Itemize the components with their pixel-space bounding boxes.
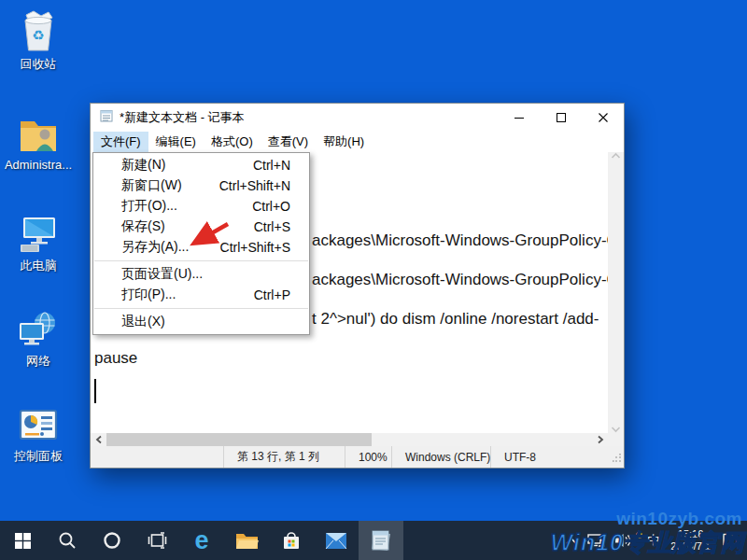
desktop-icon-network[interactable]: 网络 [4,306,73,368]
scroll-down-icon[interactable] [611,426,621,433]
notepad-taskbar-button[interactable] [359,521,403,560]
menu-item-open[interactable]: 打开(O)... Ctrl+O [93,196,309,217]
edge-button[interactable]: e [179,521,224,560]
cortana-icon [103,531,121,550]
search-button[interactable] [45,521,90,560]
scroll-up-icon[interactable] [611,152,621,160]
menu-bar: 文件(F) 编辑(E) 格式(O) 查看(V) 帮助(H) [91,132,624,152]
svg-text:♻: ♻ [32,27,44,43]
close-button[interactable] [582,104,624,132]
minimize-button[interactable] [498,104,540,132]
text-caret [94,379,96,403]
start-button[interactable] [0,521,45,560]
menu-format[interactable]: 格式(O) [204,132,261,152]
menu-help[interactable]: 帮助(H) [316,132,372,152]
scroll-left-icon[interactable] [91,433,106,446]
resize-grip-icon[interactable] [613,453,622,466]
editor-line: ackages\Microsoft-Windows-GroupPolicy-C [312,231,608,250]
control-panel-icon [4,401,73,446]
menu-edit[interactable]: 编辑(E) [148,132,204,152]
desktop-icon-label: Administra... [4,158,73,172]
menu-item-save[interactable]: 保存(S) Ctrl+S [93,217,309,237]
desktop-icon-administrator-folder[interactable]: Administra... [4,110,73,172]
user-folder-icon [4,110,73,155]
desktop-icon-label: 此电脑 [4,259,73,273]
menu-file[interactable]: 文件(F) [93,132,148,152]
watermark-url: win10zyb.com [616,509,742,529]
status-cursor-position: 第 13 行, 第 1 列 [223,446,345,468]
store-icon [281,530,302,551]
mail-button[interactable] [314,521,359,560]
menu-separator [94,260,308,261]
store-button[interactable] [269,521,314,560]
status-line-ending: Windows (CRLF) [391,446,490,468]
status-spacer [91,446,223,468]
edge-icon: e [194,528,208,553]
desktop-icon-label: 网络 [4,354,73,368]
menu-item-new-window[interactable]: 新窗口(W) Ctrl+Shift+N [93,175,309,196]
menu-item-print[interactable]: 打印(P)... Ctrl+P [93,285,309,305]
this-pc-icon [4,211,73,256]
scrollbar-corner [608,433,624,446]
watermark-site-name: Win10专业版官网 [551,527,745,558]
status-encoding: UTF-8 [490,446,624,468]
status-bar: 第 13 行, 第 1 列 100% Windows (CRLF) UTF-8 [91,446,624,468]
search-icon [58,531,77,550]
title-bar[interactable]: *新建文本文档 - 记事本 [91,104,624,132]
horizontal-scroll-thumb[interactable] [106,433,372,446]
start-icon [15,533,31,549]
mail-icon [325,532,347,550]
desktop-icon-this-pc[interactable]: 此电脑 [4,211,73,273]
notepad-taskbar-icon [369,528,393,553]
window-title: *新建文本文档 - 记事本 [120,109,498,126]
task-view-button[interactable] [134,521,179,560]
file-menu-dropdown: 新建(N) Ctrl+N 新窗口(W) Ctrl+Shift+N 打开(O)..… [92,152,310,335]
network-icon [4,306,73,351]
maximize-button[interactable] [540,104,582,132]
editor-line: pause [94,348,137,368]
menu-item-save-as[interactable]: 另存为(A)... Ctrl+Shift+S [93,237,309,258]
cortana-button[interactable] [90,521,134,560]
task-view-icon [148,532,167,549]
vertical-scrollbar[interactable] [608,152,624,433]
menu-item-page-setup[interactable]: 页面设置(U)... [93,264,309,285]
horizontal-scrollbar[interactable] [91,433,608,446]
file-explorer-icon [235,531,259,551]
menu-item-new[interactable]: 新建(N) Ctrl+N [93,155,309,175]
editor-line: ackages\Microsoft-Windows-GroupPolicy-C [312,270,608,289]
status-zoom-level: 100% [345,446,391,468]
menu-view[interactable]: 查看(V) [261,132,316,152]
desktop-icon-label: 回收站 [4,57,73,71]
desktop-icon-recycle-bin[interactable]: ♻ 回收站 [4,9,73,71]
scroll-right-icon[interactable] [592,433,608,446]
desktop-icon-label: 控制面板 [4,449,73,463]
desktop-icon-control-panel[interactable]: 控制面板 [4,401,73,463]
recycle-bin-icon: ♻ [4,9,73,54]
notepad-window: *新建文本文档 - 记事本 文件(F) 编辑(E) 格式(O) 查看(V) 帮助… [90,103,625,469]
editor-line: t 2^>nul') do dism /online /norestart /a… [312,309,599,329]
menu-item-exit[interactable]: 退出(X) [93,312,309,332]
notepad-app-icon [99,108,114,127]
menu-separator [94,308,308,309]
file-explorer-button[interactable] [224,521,269,560]
